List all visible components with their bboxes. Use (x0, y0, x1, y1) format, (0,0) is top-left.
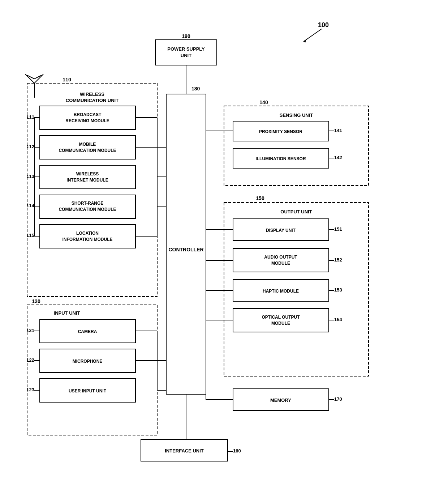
svg-text:151: 151 (334, 226, 342, 232)
svg-text:180: 180 (191, 86, 200, 92)
svg-text:WIRELESS: WIRELESS (80, 92, 104, 97)
svg-text:AUDIO OUTPUT: AUDIO OUTPUT (264, 255, 297, 260)
svg-rect-31 (40, 165, 135, 189)
svg-text:170: 170 (334, 396, 342, 402)
svg-text:190: 190 (182, 33, 190, 39)
svg-text:SENSING UNIT: SENSING UNIT (280, 112, 313, 118)
svg-rect-25 (40, 136, 135, 159)
svg-text:114: 114 (26, 203, 34, 208)
svg-text:RECEIVING MODULE: RECEIVING MODULE (65, 118, 109, 123)
svg-text:BROADCAST: BROADCAST (74, 112, 102, 117)
svg-text:122: 122 (26, 357, 34, 363)
svg-text:111: 111 (26, 114, 34, 120)
svg-text:INTERNET MODULE: INTERNET MODULE (66, 178, 108, 183)
svg-text:110: 110 (63, 77, 71, 82)
svg-rect-20 (40, 106, 135, 129)
svg-text:OUTPUT UNIT: OUTPUT UNIT (280, 209, 312, 214)
svg-text:INTERFACE UNIT: INTERFACE UNIT (165, 448, 204, 454)
svg-text:152: 152 (334, 257, 342, 263)
svg-text:COMMUNICATION UNIT: COMMUNICATION UNIT (66, 98, 119, 103)
svg-text:MOBILE: MOBILE (79, 142, 96, 147)
svg-text:141: 141 (334, 128, 342, 133)
svg-rect-91 (233, 309, 329, 332)
svg-text:ILLUMINATION SENSOR: ILLUMINATION SENSOR (255, 156, 306, 161)
svg-text:INPUT UNIT: INPUT UNIT (54, 310, 80, 316)
svg-text:COMMUNICATION MODULE: COMMUNICATION MODULE (59, 148, 116, 153)
svg-text:112: 112 (26, 144, 34, 149)
svg-text:123: 123 (26, 387, 34, 392)
svg-text:153: 153 (334, 287, 342, 293)
svg-text:150: 150 (256, 195, 264, 201)
svg-text:UNIT: UNIT (181, 53, 191, 58)
svg-text:115: 115 (26, 233, 34, 238)
svg-text:154: 154 (334, 317, 342, 322)
svg-text:100: 100 (318, 21, 329, 29)
svg-rect-82 (233, 248, 329, 272)
svg-text:SHORT-RANGE: SHORT-RANGE (72, 201, 104, 206)
svg-text:160: 160 (233, 448, 241, 454)
svg-text:142: 142 (334, 155, 342, 160)
svg-text:COMMUNICATION MODULE: COMMUNICATION MODULE (59, 207, 116, 212)
svg-text:140: 140 (259, 99, 268, 105)
svg-line-17 (34, 74, 43, 83)
svg-rect-63 (224, 106, 369, 186)
svg-text:POWER SUPPLY: POWER SUPPLY (167, 46, 205, 52)
svg-text:OPTICAL OUTPUT: OPTICAL OUTPUT (262, 315, 300, 320)
svg-line-1 (303, 29, 322, 42)
svg-text:CAMERA: CAMERA (78, 329, 97, 334)
svg-text:113: 113 (26, 174, 34, 179)
svg-text:DISPLAY UNIT: DISPLAY UNIT (266, 228, 296, 233)
svg-text:PROXIMITY SENSOR: PROXIMITY SENSOR (259, 129, 302, 134)
svg-text:MODULE: MODULE (271, 321, 290, 326)
svg-text:MEMORY: MEMORY (270, 397, 291, 403)
svg-rect-41 (40, 225, 135, 248)
svg-rect-9 (166, 94, 206, 394)
svg-rect-3 (155, 40, 217, 65)
svg-text:INFORMATION MODULE: INFORMATION MODULE (62, 237, 112, 242)
svg-text:LOCATION: LOCATION (76, 231, 99, 236)
svg-line-16 (25, 74, 34, 83)
svg-text:CONTROLLER: CONTROLLER (168, 247, 203, 252)
svg-text:USER INPUT UNIT: USER INPUT UNIT (69, 388, 107, 393)
svg-text:MICROPHONE: MICROPHONE (73, 359, 103, 364)
svg-text:MODULE: MODULE (271, 261, 290, 266)
svg-text:121: 121 (26, 328, 34, 333)
svg-text:120: 120 (32, 298, 40, 304)
svg-text:WIRELESS: WIRELESS (76, 171, 99, 176)
svg-text:HAPTIC MODULE: HAPTIC MODULE (263, 289, 299, 294)
